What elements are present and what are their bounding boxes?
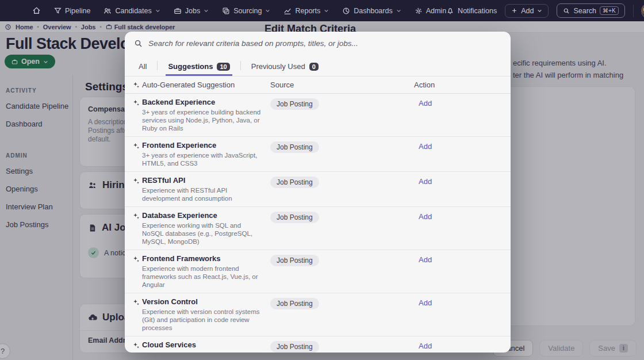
suggestion-title: Cloud Services — [142, 340, 270, 349]
suggestion-row: Frontend FrameworksExperience with moder… — [125, 250, 511, 293]
sparkles-icon — [133, 99, 142, 106]
chevron-down-icon — [537, 8, 542, 13]
sparkles-icon — [133, 143, 142, 150]
source-badge: Job Posting — [270, 255, 319, 266]
chevron-down-icon — [324, 8, 329, 13]
sparkles-icon — [133, 213, 142, 220]
add-criterion-link[interactable]: Add — [414, 298, 511, 307]
suggestion-row: Frontend Experience3+ years of experienc… — [125, 137, 511, 172]
sparkles-icon — [133, 256, 142, 263]
suggestion-title: Backend Experience — [142, 98, 270, 106]
source-badge: Job Posting — [270, 341, 319, 353]
suggestion-row: Backend Experience3+ years of experience… — [125, 94, 511, 137]
suggestion-title: Frontend Experience — [142, 141, 270, 150]
sparkles-icon — [133, 82, 142, 89]
tab-all[interactable]: All — [136, 62, 149, 76]
add-criterion-link[interactable]: Add — [414, 142, 511, 151]
suggestions-table-header: Auto-Generated Suggestion Source Action — [125, 76, 511, 94]
header-action: Action — [414, 81, 511, 89]
source-badge: Job Posting — [270, 298, 319, 309]
app-window: A Pipeline Candidates Jobs Sourcing — [0, 0, 644, 360]
nav-item-dashboards[interactable]: Dashboards — [342, 7, 401, 15]
nav-item-reports[interactable]: Reports — [283, 7, 329, 15]
source-badge: Job Posting — [270, 98, 319, 110]
header-suggestion: Auto-Generated Suggestion — [142, 81, 270, 89]
shortcut-badge: ⌘+K — [600, 6, 619, 15]
stack-icon — [222, 7, 230, 15]
plus-icon — [511, 7, 518, 14]
gauge-icon — [342, 7, 350, 15]
chevron-down-icon — [265, 8, 270, 13]
suggestion-row: RESTful APIExperience with RESTful API d… — [125, 172, 511, 207]
briefcase-icon — [174, 7, 182, 15]
modal-tabs: All Suggestions 10 Previously Used 0 — [125, 55, 511, 76]
add-button[interactable]: Add — [505, 4, 549, 18]
users-icon — [103, 7, 112, 15]
suggestion-desc: 3+ years of experience building backend … — [142, 108, 263, 132]
suggestion-desc: 3+ years of experience with JavaScript, … — [142, 151, 263, 167]
modal-search-row — [125, 32, 511, 55]
add-criterion-link[interactable]: Add — [414, 99, 511, 108]
notifications-button[interactable]: Notifications — [446, 7, 497, 15]
add-criterion-link[interactable]: Add — [414, 177, 511, 186]
suggestion-row: Database ExperienceExperience working wi… — [125, 207, 511, 250]
source-badge: Job Posting — [270, 177, 319, 188]
source-badge: Job Posting — [270, 141, 319, 153]
suggestion-desc: Experience with at least one cloud servi… — [142, 351, 263, 353]
suggestion-desc: Experience with modern frontend framewor… — [142, 265, 263, 289]
criteria-suggestions-modal: All Suggestions 10 Previously Used 0 Aut… — [125, 32, 511, 353]
add-criterion-link[interactable]: Add — [414, 255, 511, 264]
suggestion-title: RESTful API — [142, 176, 270, 185]
suggestion-title: Frontend Frameworks — [142, 254, 270, 263]
avatar[interactable] — [641, 4, 644, 18]
criteria-search-input[interactable] — [148, 39, 501, 48]
nav-item-admin[interactable]: Admin — [415, 7, 446, 15]
sparkles-icon — [133, 299, 142, 306]
divider — [157, 61, 158, 70]
add-criterion-link[interactable]: Add — [414, 212, 511, 221]
nav-item-jobs[interactable]: Jobs — [174, 7, 209, 15]
suggestion-row: Cloud ServicesExperience with at least o… — [125, 336, 511, 353]
suggestion-title: Version Control — [142, 297, 270, 306]
source-badge: Job Posting — [270, 212, 319, 223]
suggestion-desc: Experience working with SQL and NoSQL da… — [142, 221, 263, 246]
tab-suggestions[interactable]: Suggestions 10 — [166, 62, 232, 76]
gear-icon — [415, 7, 423, 15]
header-source: Source — [270, 81, 414, 89]
suggestion-row: Version ControlExperience with version c… — [125, 293, 511, 336]
home-icon[interactable] — [32, 6, 41, 15]
global-search-button[interactable]: Search ⌘+K — [557, 3, 624, 18]
sparkles-icon — [133, 342, 142, 349]
chart-line-icon — [283, 7, 292, 15]
suggestion-desc: Experience with RESTful API development … — [142, 186, 263, 202]
top-nav: A Pipeline Candidates Jobs Sourcing — [0, 0, 644, 21]
search-icon — [563, 7, 570, 14]
sparkles-icon — [133, 178, 142, 185]
nav-item-candidates[interactable]: Candidates — [103, 7, 160, 15]
chevron-down-icon — [155, 8, 160, 13]
add-criterion-link[interactable]: Add — [414, 342, 511, 350]
tab-previously-used[interactable]: Previously Used 0 — [249, 62, 321, 76]
divider — [633, 5, 634, 17]
suggestions-count-badge: 10 — [217, 63, 229, 71]
search-icon — [134, 39, 143, 48]
suggestion-desc: Experience with version control systems … — [142, 308, 263, 332]
suggestion-title: Database Experience — [142, 211, 270, 220]
previously-used-count-badge: 0 — [309, 63, 319, 71]
nav-item-pipeline[interactable]: Pipeline — [54, 7, 90, 15]
divider — [240, 61, 241, 70]
chevron-down-icon — [204, 8, 209, 13]
nav-item-sourcing[interactable]: Sourcing — [222, 7, 270, 15]
chevron-down-icon — [396, 8, 401, 13]
filter-icon — [54, 7, 62, 14]
bell-icon — [446, 7, 454, 15]
